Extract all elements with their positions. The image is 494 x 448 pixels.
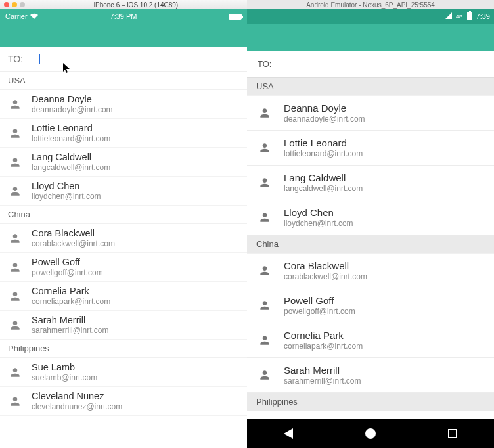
- contact-name: Sarah Merrill: [284, 365, 361, 376]
- person-icon: [8, 289, 22, 303]
- contact-name: Sarah Merrill: [32, 315, 109, 325]
- contact-info: Lloyd Chenlloydchen@inrt.com: [32, 181, 101, 201]
- contact-email: deannadoyle@inrt.com: [32, 105, 113, 114]
- contact-email: sarahmerrill@inrt.com: [32, 326, 109, 335]
- contact-row[interactable]: Lang Caldwelllangcaldwell@inrt.com: [0, 148, 247, 177]
- contact-row[interactable]: Cornelia Parkcorneliapark@inrt.com: [0, 282, 247, 311]
- contact-row[interactable]: Cora Blackwellcorablackwell@inrt.com: [0, 224, 247, 253]
- person-icon: [8, 126, 22, 141]
- contact-row[interactable]: Lloyd Chenlloydchen@inrt.com: [247, 200, 494, 235]
- android-window-title: Android Emulator - Nexus_6P_API_25:5554: [247, 0, 494, 9]
- contact-info: Cleveland Nunezclevelandnunez@inrt.com: [32, 391, 122, 411]
- contact-email: sarahmerrill@inrt.com: [284, 376, 361, 386]
- ios-contact-list[interactable]: USADeanna Doyledeannadoyle@inrt.comLotti…: [0, 72, 247, 416]
- contact-email: powellgoff@inrt.com: [284, 307, 355, 316]
- contact-email: suelamb@inrt.com: [32, 373, 97, 382]
- nav-back-button[interactable]: [282, 428, 294, 439]
- contact-email: powellgoff@inrt.com: [32, 268, 103, 277]
- contact-row[interactable]: Cora Blackwellcorablackwell@inrt.com: [247, 254, 494, 288]
- contact-info: Cora Blackwellcorablackwell@inrt.com: [284, 260, 367, 281]
- contact-email: lottieleonard@inrt.com: [284, 149, 363, 158]
- contact-email: clevelandnunez@inrt.com: [32, 402, 122, 411]
- contact-info: Cornelia Parkcorneliapark@inrt.com: [32, 286, 110, 306]
- ios-simulator: iPhone 6 – iOS 10.2 (14C89) Carrier 7:39…: [0, 0, 247, 448]
- to-field[interactable]: TO:: [247, 51, 494, 78]
- android-appbar: [247, 24, 494, 51]
- contact-info: Lang Caldwelllangcaldwell@inrt.com: [32, 152, 110, 172]
- contact-name: Lloyd Chen: [284, 207, 353, 218]
- person-icon: [8, 97, 22, 112]
- contact-email: langcaldwell@inrt.com: [32, 163, 110, 172]
- contact-info: Deanna Doyledeannadoyle@inrt.com: [32, 94, 113, 114]
- person-icon: [8, 231, 22, 246]
- window-close-icon[interactable]: [4, 2, 9, 7]
- person-icon: [258, 298, 272, 313]
- person-icon: [8, 184, 22, 198]
- contact-row[interactable]: Sue Lambsuelamb@inrt.com: [0, 358, 247, 387]
- contact-row[interactable]: Lang Caldwelllangcaldwell@inrt.com: [247, 166, 494, 200]
- contact-name: Cornelia Park: [32, 286, 110, 296]
- android-contact-list[interactable]: USADeanna Doyledeannadoyle@inrt.comLotti…: [247, 78, 494, 419]
- contact-info: Cora Blackwellcorablackwell@inrt.com: [32, 228, 115, 248]
- person-icon: [8, 394, 22, 409]
- contact-name: Lottie Leonard: [32, 123, 110, 133]
- battery-icon: [229, 14, 242, 20]
- contact-name: Sue Lamb: [32, 362, 97, 372]
- nav-home-button[interactable]: [365, 428, 376, 439]
- person-icon: [258, 263, 272, 278]
- contact-info: Lang Caldwelllangcaldwell@inrt.com: [284, 172, 363, 193]
- contact-name: Lang Caldwell: [284, 172, 363, 183]
- contact-info: Powell Goffpowellgoff@inrt.com: [284, 295, 355, 316]
- contact-info: Deanna Doyledeannadoyle@inrt.com: [284, 102, 365, 123]
- person-icon: [8, 318, 22, 332]
- person-icon: [8, 260, 22, 275]
- contact-email: corneliapark@inrt.com: [284, 342, 363, 351]
- section-header: China: [0, 206, 247, 224]
- contact-row[interactable]: Lottie Leonardlottieleonard@inrt.com: [247, 131, 494, 166]
- network-icon: [445, 12, 452, 20]
- ios-statusbar: Carrier 7:39 PM: [0, 9, 247, 24]
- section-header: China: [247, 235, 494, 254]
- contact-row[interactable]: Powell Goffpowellgoff@inrt.com: [247, 288, 494, 323]
- contact-info: Lottie Leonardlottieleonard@inrt.com: [32, 123, 110, 143]
- contact-row[interactable]: Cleveland Nunezclevelandnunez@inrt.com: [0, 387, 247, 416]
- contact-info: Powell Goffpowellgoff@inrt.com: [32, 257, 103, 277]
- android-navbar: [247, 419, 494, 448]
- contact-row[interactable]: Lloyd Chenlloydchen@inrt.com: [0, 177, 247, 206]
- contact-row[interactable]: Sarah Merrillsarahmerrill@inrt.com: [0, 311, 247, 340]
- mac-window-title: iPhone 6 – iOS 10.2 (14C89): [29, 1, 243, 9]
- contact-info: Lottie Leonardlottieleonard@inrt.com: [284, 137, 363, 158]
- contact-row[interactable]: Powell Goffpowellgoff@inrt.com: [0, 253, 247, 282]
- contact-info: Lloyd Chenlloydchen@inrt.com: [284, 207, 353, 228]
- contact-email: corneliapark@inrt.com: [32, 297, 110, 306]
- person-icon: [258, 106, 272, 120]
- contact-name: Powell Goff: [32, 257, 103, 267]
- contact-email: lloydchen@inrt.com: [32, 192, 101, 201]
- contact-row[interactable]: Sarah Merrillsarahmerrill@inrt.com: [247, 358, 494, 393]
- contact-row[interactable]: Lottie Leonardlottieleonard@inrt.com: [0, 119, 247, 148]
- to-label: TO:: [8, 54, 23, 64]
- contact-row[interactable]: Deanna Doyledeannadoyle@inrt.com: [0, 90, 247, 119]
- android-statusbar: 4G 7:39: [247, 9, 494, 24]
- contact-name: Cora Blackwell: [284, 260, 367, 271]
- mouse-cursor-icon: [63, 63, 71, 76]
- contact-name: Lang Caldwell: [32, 152, 110, 162]
- contact-info: Sue Lambsuelamb@inrt.com: [32, 362, 97, 382]
- contact-email: lloydchen@inrt.com: [284, 219, 353, 228]
- window-zoom-icon[interactable]: [20, 2, 25, 7]
- contact-name: Cora Blackwell: [32, 228, 115, 238]
- person-icon: [8, 155, 22, 169]
- contact-row[interactable]: Sue Lamb: [247, 411, 494, 419]
- contact-email: corablackwell@inrt.com: [32, 239, 115, 248]
- section-header: Philippines: [247, 393, 494, 411]
- android-emulator: Android Emulator - Nexus_6P_API_25:5554 …: [247, 0, 494, 448]
- contact-row[interactable]: Deanna Doyledeannadoyle@inrt.com: [247, 96, 494, 131]
- window-minimize-icon[interactable]: [12, 2, 17, 7]
- section-header: Philippines: [0, 340, 247, 358]
- to-field[interactable]: TO:: [0, 47, 247, 72]
- contact-row[interactable]: Cornelia Parkcorneliapark@inrt.com: [247, 323, 494, 358]
- contact-email: lottieleonard@inrt.com: [32, 134, 110, 143]
- nav-recent-button[interactable]: [447, 428, 459, 439]
- contact-info: Cornelia Parkcorneliapark@inrt.com: [284, 330, 363, 351]
- android-time: 7:39: [476, 12, 490, 20]
